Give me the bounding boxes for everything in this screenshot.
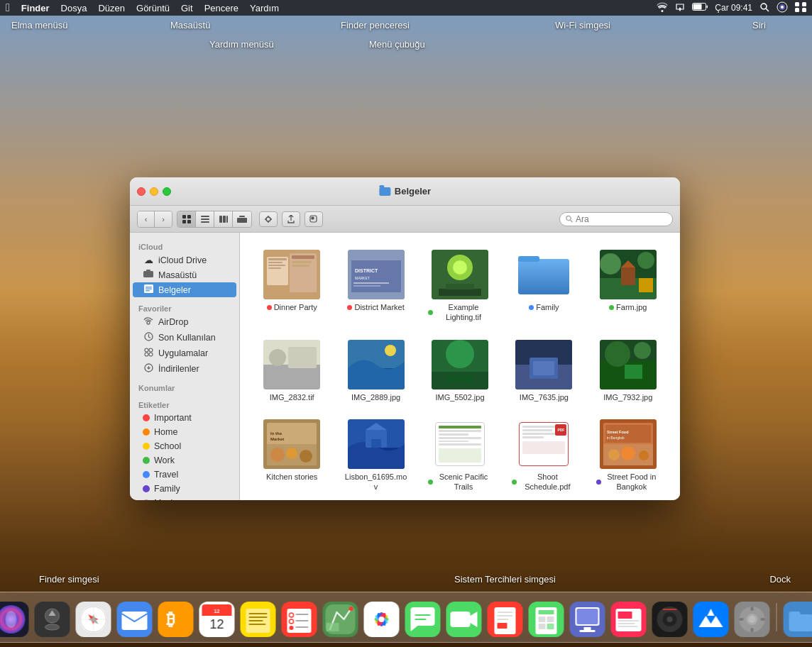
airplay-icon[interactable] xyxy=(675,2,685,14)
dock-facetime[interactable] xyxy=(446,601,483,638)
sidebar-item-downloads[interactable]: İndirilenler xyxy=(133,361,236,377)
forward-button[interactable]: › xyxy=(155,211,172,227)
sidebar-tag-music[interactable]: Music xyxy=(133,496,236,500)
dosya-menu[interactable]: Dosya xyxy=(61,3,87,13)
dock-photos[interactable] xyxy=(363,601,400,638)
dock-maps[interactable] xyxy=(322,601,359,638)
sidebar-tag-work[interactable]: Work xyxy=(133,453,236,468)
file-district-market[interactable]: DISTRICT MARKET District Market xyxy=(335,244,416,328)
sidebar-tag-travel[interactable]: Travel xyxy=(133,468,236,482)
sidebar-item-masaustu[interactable]: Masaüstü xyxy=(133,267,236,282)
svg-text:in Bangkok: in Bangkok xyxy=(607,436,625,440)
action-button[interactable] xyxy=(259,211,278,227)
kitchen-stories-name: Kitchen stories xyxy=(266,472,317,482)
dock-keynote[interactable] xyxy=(569,601,606,638)
dock-appstore[interactable] xyxy=(693,601,730,638)
svg-rect-179 xyxy=(415,619,427,620)
close-button[interactable] xyxy=(137,187,146,196)
yardim-menu[interactable]: Yardım xyxy=(250,3,279,13)
svg-point-105 xyxy=(300,450,312,463)
fullscreen-button[interactable] xyxy=(163,187,171,196)
file-img7635[interactable]: IMG_7635.jpg xyxy=(503,334,584,408)
nav-buttons: ‹ › xyxy=(137,211,172,228)
dock-bitcoin[interactable]: ₿ xyxy=(158,601,194,638)
column-view-button[interactable] xyxy=(214,211,233,227)
search-box[interactable] xyxy=(559,212,673,226)
dock-safari[interactable] xyxy=(75,601,112,638)
dock-system-preferences[interactable] xyxy=(734,601,771,638)
back-button[interactable]: ‹ xyxy=(138,211,155,227)
controlcenter-icon[interactable] xyxy=(795,2,806,14)
share-button[interactable] xyxy=(282,211,300,227)
list-view-button[interactable] xyxy=(196,211,214,227)
svg-point-43 xyxy=(145,353,148,356)
sidebar-tag-important[interactable]: Important xyxy=(133,411,236,425)
duzen-menu[interactable]: Düzen xyxy=(98,3,125,13)
dock-news[interactable] xyxy=(610,601,647,638)
sidebar-tag-school[interactable]: School xyxy=(133,439,236,453)
goruntu-menu[interactable]: Görüntü xyxy=(136,3,170,13)
file-family-folder[interactable]: Family xyxy=(503,244,584,328)
file-img7932[interactable]: IMG_7932.jpg xyxy=(588,334,669,408)
minimize-button[interactable] xyxy=(150,187,158,196)
file-img5502[interactable]: IMG_5502.jpg xyxy=(419,334,500,408)
file-scenic-pacific[interactable]: Scenic Pacific Trails xyxy=(419,414,500,498)
family-dot xyxy=(143,485,150,492)
sidebar-item-recent[interactable]: Son Kullanılan xyxy=(133,330,236,345)
belgeler-icon xyxy=(143,284,154,295)
dock-messages[interactable] xyxy=(405,601,441,638)
finder-menu[interactable]: Finder xyxy=(21,3,50,13)
sidebar-tag-home[interactable]: Home xyxy=(133,425,236,439)
img5502-thumbnail xyxy=(432,340,488,389)
dock-numbers[interactable] xyxy=(528,601,565,638)
icon-view-button[interactable] xyxy=(177,211,196,227)
dock-music[interactable] xyxy=(652,601,688,638)
etiketler-section-label: Etiketler xyxy=(130,397,239,411)
file-img2832[interactable]: IMG_2832.tif xyxy=(251,334,332,408)
svg-point-42 xyxy=(149,348,153,352)
downloads-icon xyxy=(143,363,154,375)
dock-siri[interactable] xyxy=(0,601,30,638)
sidebar-tag-family[interactable]: Family xyxy=(133,482,236,496)
svg-rect-50 xyxy=(268,265,285,266)
dock-notes[interactable] xyxy=(240,601,277,638)
wifi-icon[interactable] xyxy=(657,2,668,14)
family-folder-dot xyxy=(529,305,534,310)
file-shoot-schedule[interactable]: PDF Shoot Schedule.pdf xyxy=(503,414,584,498)
finder-sidebar: iCloud ☁ iCloud Drive Masaüstü xyxy=(130,233,240,500)
dock-recent-folder[interactable] xyxy=(783,601,813,638)
tag-button[interactable] xyxy=(304,211,323,227)
file-dinner-party[interactable]: Dinner Party xyxy=(251,244,332,328)
svg-point-24 xyxy=(266,217,270,221)
dock-launchpad[interactable] xyxy=(34,601,71,638)
sidebar-item-icloud-drive[interactable]: ☁ iCloud Drive xyxy=(133,253,236,267)
gallery-view-button[interactable] xyxy=(233,211,251,227)
git-menu[interactable]: Git xyxy=(181,3,193,13)
battery-icon[interactable] xyxy=(692,3,708,13)
finder-main: iCloud ☁ iCloud Drive Masaüstü xyxy=(130,233,680,500)
sidebar-item-belgeler[interactable]: Belgeler xyxy=(133,282,236,297)
file-farm[interactable]: Farm.jpg xyxy=(588,244,669,328)
file-street-food[interactable]: Street Food in Bangkok Street Food in Ba… xyxy=(588,414,669,498)
svg-rect-1 xyxy=(707,6,708,9)
sidebar-item-airdrop[interactable]: AirDrop xyxy=(133,314,236,330)
file-kitchen-stories[interactable]: In the Market Kitchen stories xyxy=(251,414,332,498)
file-img2889[interactable]: IMG_2889.jpg xyxy=(335,334,416,408)
svg-rect-60 xyxy=(353,282,389,284)
dock-reminders[interactable] xyxy=(281,601,318,638)
sidebar-item-apps[interactable]: Uygulamalar xyxy=(133,345,236,361)
apple-menu[interactable]:  xyxy=(6,1,10,14)
svg-point-83 xyxy=(385,345,396,356)
pencere-menu[interactable]: Pencere xyxy=(204,3,238,13)
siri-menubar-icon[interactable] xyxy=(777,1,788,15)
svg-rect-21 xyxy=(226,216,228,223)
dock-mail[interactable] xyxy=(116,601,153,638)
file-example-lighting[interactable]: Example Lighting.tif xyxy=(419,244,500,328)
dock-calendar[interactable]: 12 12 xyxy=(199,601,236,638)
search-input[interactable] xyxy=(576,214,666,224)
spotlight-icon[interactable] xyxy=(759,2,769,14)
dock-pages[interactable] xyxy=(487,601,524,638)
sidebar-recent-label: Son Kullanılan xyxy=(158,333,216,343)
svg-rect-36 xyxy=(146,287,152,288)
file-lisbon[interactable]: Lisbon_61695.mov xyxy=(335,414,416,498)
